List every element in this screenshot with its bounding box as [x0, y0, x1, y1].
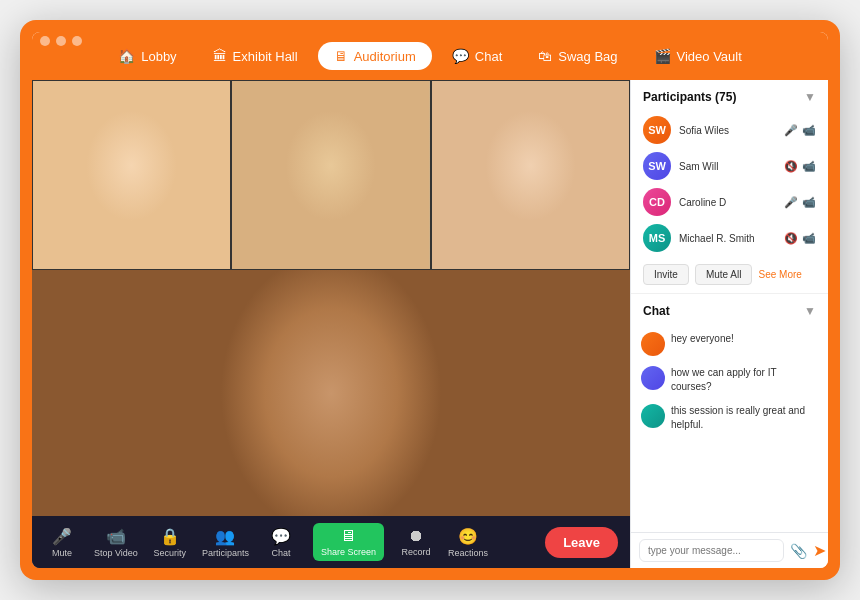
participant-1-video [33, 81, 230, 269]
participant-row: MS Michael R. Smith 🔇 📹 [639, 220, 820, 256]
record-label: Record [401, 547, 430, 557]
participant-2-video [232, 81, 429, 269]
right-panel: Participants (75) ▼ SW Sofia Wiles 🎤 📹 [630, 80, 828, 568]
chat-message-text-1: hey everyone! [671, 332, 734, 346]
traffic-lights [40, 36, 82, 46]
stop-video-button[interactable]: 📹 Stop Video [94, 527, 138, 558]
cam-on-icon-sam: 📹 [802, 160, 816, 173]
video-top-row [32, 80, 630, 270]
share-screen-icon: 🖥 [340, 527, 356, 545]
see-more-button[interactable]: See More [758, 269, 801, 280]
nav-label-auditorium: Auditorium [354, 49, 416, 64]
participant-row: CD Caroline D 🎤 📹 [639, 184, 820, 220]
share-screen-label: Share Screen [321, 547, 376, 557]
participant-3-video [432, 81, 629, 269]
mic-on-icon-caroline: 🎤 [784, 196, 798, 209]
toolbar-left: 🎤 Mute 📹 Stop Video 🔒 Security 👥 [44, 523, 488, 561]
leave-button[interactable]: Leave [545, 527, 618, 558]
chat-panel-header: Chat ▼ [631, 294, 828, 326]
reactions-label: Reactions [448, 548, 488, 558]
chat-avatar-2 [641, 366, 665, 390]
stop-video-label: Stop Video [94, 548, 138, 558]
participants-button[interactable]: 👥 Participants [202, 527, 249, 558]
chat-message-text-2: how we can apply for IT courses? [671, 366, 818, 394]
participant-icons-caroline: 🎤 📹 [784, 196, 816, 209]
video-cell-participant-3 [431, 80, 630, 270]
participants-icon: 👥 [215, 527, 235, 546]
traffic-light-yellow [56, 36, 66, 46]
send-icon: ➤ [813, 542, 826, 559]
participant-row: SW Sofia Wiles 🎤 📹 [639, 112, 820, 148]
security-label: Security [154, 548, 187, 558]
home-icon: 🏠 [118, 48, 135, 64]
video-cell-participant-2 [231, 80, 430, 270]
video-area: 🎤 Mute 📹 Stop Video 🔒 Security 👥 [32, 80, 630, 568]
nav-item-chat[interactable]: 💬 Chat [436, 42, 518, 70]
participant-name-caroline: Caroline D [679, 197, 776, 208]
avatar-sofia: SW [643, 116, 671, 144]
chat-toolbar-button[interactable]: 💬 Chat [263, 527, 299, 558]
nav-item-swag-bag[interactable]: 🛍 Swag Bag [522, 42, 633, 70]
share-screen-button[interactable]: 🖥 Share Screen [313, 523, 384, 561]
avatar-michael: MS [643, 224, 671, 252]
participant-name-sam: Sam Will [679, 161, 776, 172]
security-icon: 🔒 [160, 527, 180, 546]
chat-attach-button[interactable]: 📎 [790, 543, 807, 559]
toolbar: 🎤 Mute 📹 Stop Video 🔒 Security 👥 [32, 516, 630, 568]
security-button[interactable]: 🔒 Security [152, 527, 188, 558]
nav-item-exhibit-hall[interactable]: 🏛 Exhibit Hall [197, 42, 314, 70]
participants-header: Participants (75) ▼ [631, 80, 828, 112]
participants-label: Participants [202, 548, 249, 558]
nav-item-lobby[interactable]: 🏠 Lobby [102, 42, 192, 70]
attach-icon: 📎 [790, 543, 807, 559]
participant-list: SW Sofia Wiles 🎤 📹 SW Sam Will 🔇 [631, 112, 828, 256]
auditorium-icon: 🖥 [334, 48, 348, 64]
avatar-sam: SW [643, 152, 671, 180]
mute-icon: 🎤 [52, 527, 72, 546]
chat-chevron-icon[interactable]: ▼ [804, 304, 816, 318]
traffic-light-green [72, 36, 82, 46]
participant-icons-sofia: 🎤 📹 [784, 124, 816, 137]
chat-nav-icon: 💬 [452, 48, 469, 64]
chat-message-text-3: this session is really great and helpful… [671, 404, 818, 432]
nav-label-chat: Chat [475, 49, 502, 64]
main-speaker-video [32, 270, 630, 516]
chat-input-area: 📎 ➤ [631, 532, 828, 568]
video-main-speaker [32, 270, 630, 516]
chat-message: this session is really great and helpful… [641, 404, 818, 432]
mute-button[interactable]: 🎤 Mute [44, 527, 80, 558]
record-button[interactable]: ⏺ Record [398, 527, 434, 557]
reactions-icon: 😊 [458, 527, 478, 546]
mic-off-icon-sam: 🔇 [784, 160, 798, 173]
participant-row: SW Sam Will 🔇 📹 [639, 148, 820, 184]
nav-item-auditorium[interactable]: 🖥 Auditorium [318, 42, 432, 70]
mute-label: Mute [52, 548, 72, 558]
video-cell-participant-1 [32, 80, 231, 270]
nav-label-lobby: Lobby [141, 49, 176, 64]
nav-bar: 🏠 Lobby 🏛 Exhibit Hall 🖥 Auditorium 💬 Ch… [32, 32, 828, 80]
invite-button[interactable]: Invite [643, 264, 689, 285]
chat-input[interactable] [639, 539, 784, 562]
mic-on-icon-sofia: 🎤 [784, 124, 798, 137]
nav-label-video-vault: Video Vault [677, 49, 742, 64]
chat-send-button[interactable]: ➤ [813, 541, 826, 560]
chat-toolbar-icon: 💬 [271, 527, 291, 546]
participant-icons-sam: 🔇 📹 [784, 160, 816, 173]
chat-toolbar-label: Chat [271, 548, 290, 558]
reactions-button[interactable]: 😊 Reactions [448, 527, 488, 558]
nav-item-video-vault[interactable]: 🎬 Video Vault [638, 42, 758, 70]
nav-label-exhibit-hall: Exhibit Hall [233, 49, 298, 64]
chat-avatar-3 [641, 404, 665, 428]
record-icon: ⏺ [408, 527, 424, 545]
video-vault-icon: 🎬 [654, 48, 671, 64]
participant-icons-michael: 🔇 📹 [784, 232, 816, 245]
avatar-caroline: CD [643, 188, 671, 216]
app-outer-frame: 🏠 Lobby 🏛 Exhibit Hall 🖥 Auditorium 💬 Ch… [20, 20, 840, 580]
mute-all-button[interactable]: Mute All [695, 264, 753, 285]
chat-title: Chat [643, 304, 670, 318]
chat-message: how we can apply for IT courses? [641, 366, 818, 394]
participants-title: Participants (75) [643, 90, 736, 104]
participant-name-sofia: Sofia Wiles [679, 125, 776, 136]
chat-message: hey everyone! [641, 332, 818, 356]
participants-chevron-icon[interactable]: ▼ [804, 90, 816, 104]
